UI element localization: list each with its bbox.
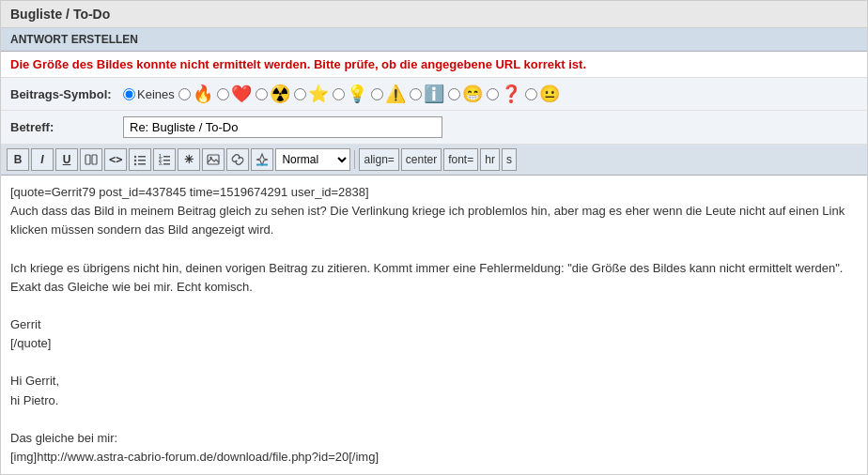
symbol-radio-warning[interactable] [371, 88, 383, 100]
toolbar: B I U <> 1. 2. [1, 145, 867, 176]
info-icon: ℹ️ [424, 85, 444, 102]
symbol-radio-smile[interactable] [448, 88, 460, 100]
image-icon [207, 153, 220, 166]
symbol-radio-none[interactable] [123, 88, 135, 100]
symbol-option-fire[interactable]: 🔥 [178, 85, 213, 102]
svg-rect-14 [208, 155, 219, 164]
star-icon: ⭐ [308, 85, 329, 102]
svg-rect-7 [138, 163, 146, 165]
svg-rect-16 [256, 164, 268, 166]
symbol-row: Beitrags-Symbol: Keines 🔥 ❤️ ☢️ ⭐ [1, 78, 867, 111]
symbol-label: Beitrags-Symbol: [10, 87, 123, 101]
svg-point-6 [134, 163, 136, 165]
section-header: ANTWORT ERSTELLEN [1, 28, 867, 52]
symbol-option-question[interactable]: ❓ [487, 85, 521, 102]
subject-row: Betreff: [1, 111, 867, 145]
svg-rect-1 [92, 155, 97, 164]
svg-rect-11 [163, 160, 170, 161]
list-ordered-icon: 1. 2. 3. [158, 153, 171, 166]
hr-button[interactable]: hr [480, 148, 500, 171]
symbol-option-bulb[interactable]: 💡 [333, 85, 367, 102]
list-unordered-button[interactable] [129, 148, 151, 171]
symbol-option-neutral[interactable]: 😐 [525, 85, 560, 102]
list-unordered-icon [133, 153, 147, 166]
svg-rect-9 [163, 156, 170, 158]
symbol-option-radiation[interactable]: ☢️ [256, 85, 290, 102]
symbol-option-none[interactable]: Keines [123, 87, 175, 101]
symbol-options: Keines 🔥 ❤️ ☢️ ⭐ 💡 [123, 85, 560, 102]
symbol-radio-star[interactable] [294, 88, 306, 100]
error-message: Die Größe des Bildes konnte nicht ermitt… [1, 52, 867, 78]
bold-button[interactable]: B [7, 148, 29, 171]
symbol-radio-info[interactable] [410, 88, 422, 100]
symbol-option-star[interactable]: ⭐ [294, 85, 329, 102]
symbol-radio-bulb[interactable] [333, 88, 345, 100]
align-button[interactable]: align= [359, 148, 398, 171]
breadcrumb-text: Bugliste / To-Do [10, 7, 110, 22]
quote-icon [85, 153, 98, 166]
special-button[interactable]: ✳ [178, 148, 200, 171]
code-button[interactable]: <> [104, 148, 127, 171]
link-button[interactable] [226, 148, 249, 171]
font-button[interactable]: font= [443, 148, 478, 171]
symbol-label-none: Keines [137, 87, 175, 101]
quote-button[interactable] [80, 148, 102, 171]
page-wrapper: Bugliste / To-Do ANTWORT ERSTELLEN Die G… [0, 0, 868, 475]
svg-rect-5 [138, 160, 146, 161]
symbol-radio-fire[interactable] [178, 88, 191, 100]
toolbar-divider-1 [354, 150, 355, 169]
svg-text:3.: 3. [159, 161, 163, 166]
subject-label: Betreff: [10, 120, 123, 134]
color-icon [256, 153, 269, 166]
bulb-icon: 💡 [347, 85, 367, 102]
symbol-radio-radiation[interactable] [256, 88, 268, 100]
symbol-option-heart[interactable]: ❤️ [217, 85, 252, 102]
symbol-option-warning[interactable]: ⚠️ [371, 85, 406, 102]
warning-icon: ⚠️ [385, 85, 406, 102]
svg-rect-13 [163, 163, 170, 165]
symbol-radio-neutral[interactable] [525, 88, 537, 100]
italic-button[interactable]: I [31, 148, 54, 171]
link-icon [231, 153, 244, 166]
symbol-option-smile[interactable]: 😁 [448, 85, 483, 102]
fire-icon: 🔥 [193, 85, 213, 102]
list-ordered-button[interactable]: 1. 2. 3. [153, 148, 176, 171]
underline-button[interactable]: U [55, 148, 78, 171]
neutral-icon: 😐 [539, 85, 560, 102]
question-icon: ❓ [501, 85, 521, 102]
size-select[interactable]: Normal Groß Sehr groß Klein [275, 148, 350, 171]
center-button[interactable]: center [401, 148, 442, 171]
smile-icon: 😁 [462, 85, 483, 102]
svg-point-4 [134, 160, 136, 161]
radiation-icon: ☢️ [270, 85, 290, 102]
svg-point-2 [134, 156, 136, 158]
editor-area[interactable]: [quote=Gerrit79 post_id=437845 time=1519… [1, 176, 867, 474]
breadcrumb: Bugliste / To-Do [1, 1, 867, 28]
s-button[interactable]: s [502, 148, 517, 171]
section-header-label: ANTWORT ERSTELLEN [10, 33, 138, 46]
subject-input[interactable] [123, 116, 442, 138]
heart-icon: ❤️ [231, 85, 252, 102]
svg-rect-0 [85, 155, 90, 164]
color-button[interactable] [251, 148, 273, 171]
image-button[interactable] [202, 148, 225, 171]
symbol-radio-heart[interactable] [217, 88, 229, 100]
symbol-radio-question[interactable] [487, 88, 499, 100]
svg-rect-3 [138, 156, 146, 158]
symbol-option-info[interactable]: ℹ️ [410, 85, 444, 102]
